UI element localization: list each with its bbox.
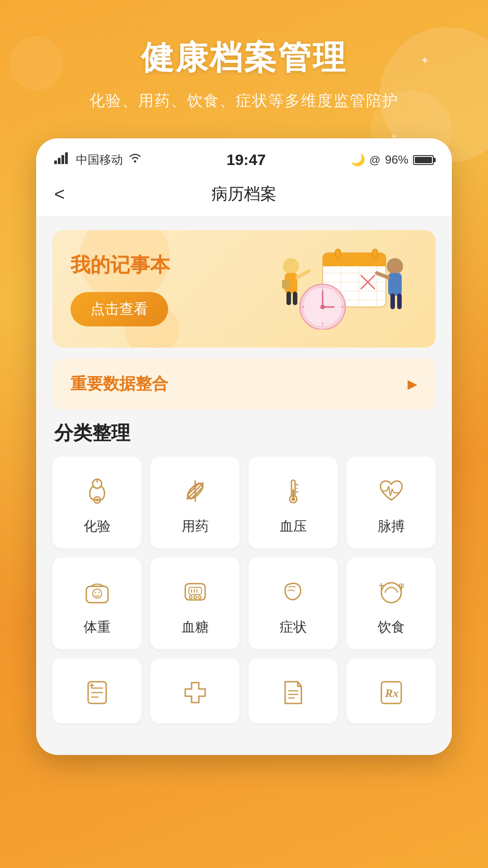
status-right: 🌙 @ 96% — [351, 153, 434, 167]
svg-point-57 — [98, 592, 99, 594]
category-huayan[interactable]: 化验 — [52, 457, 141, 548]
category-grid-row1: 化验 用药 — [52, 457, 436, 548]
svg-rect-0 — [54, 160, 57, 164]
category-grid-row2: 体重 — [52, 557, 436, 649]
notebook-banner[interactable]: 我的记事本 点击查看 — [52, 230, 436, 348]
category-medical-record[interactable] — [52, 658, 141, 723]
svg-point-66 — [381, 583, 401, 603]
svg-rect-37 — [390, 293, 395, 309]
medical-record-icon — [79, 675, 115, 711]
lock-icon: @ — [370, 154, 380, 166]
back-button[interactable]: < — [54, 184, 65, 204]
svg-point-56 — [94, 592, 96, 594]
svg-point-64 — [194, 596, 197, 599]
xuetang-icon — [177, 574, 213, 610]
tizhong-label: 体重 — [84, 618, 111, 637]
rx-icon: Rx — [373, 675, 409, 711]
svg-rect-58 — [185, 584, 205, 600]
yongyao-icon — [177, 473, 213, 509]
section-title: 分类整理 — [52, 420, 436, 446]
category-file-doc[interactable] — [249, 658, 338, 723]
svg-point-34 — [387, 258, 403, 274]
hero-subtitle: 化验、用药、饮食、症状等多维度监管陪护 — [18, 90, 470, 111]
category-xuetang[interactable]: 血糖 — [150, 557, 239, 649]
yinshi-icon — [373, 574, 409, 610]
svg-line-30 — [297, 271, 309, 278]
signal-icon — [54, 152, 70, 167]
svg-rect-32 — [293, 292, 297, 305]
data-row-title: 重要数据整合 — [70, 373, 168, 395]
category-grid-row3: Rx — [52, 658, 436, 723]
zhengzhuang-icon — [275, 574, 311, 610]
category-yinshi[interactable]: 饮食 — [347, 557, 436, 649]
phone-card: 中国移动 19:47 🌙 @ 96% — [36, 138, 452, 755]
svg-point-28 — [283, 258, 299, 274]
xueya-label: 血压 — [280, 517, 307, 536]
svg-point-23 — [320, 305, 325, 309]
xuetang-label: 血糖 — [182, 618, 209, 637]
nav-title: 病历档案 — [211, 183, 277, 205]
svg-point-65 — [198, 596, 201, 599]
nav-bar: < 病历档案 — [36, 176, 452, 217]
notebook-left: 我的记事本 点击查看 — [70, 252, 170, 326]
svg-point-63 — [189, 596, 192, 599]
svg-rect-9 — [372, 249, 378, 258]
yongyao-label: 用药 — [182, 517, 209, 536]
huayan-label: 化验 — [84, 517, 111, 536]
category-cross-plus[interactable] — [150, 658, 239, 723]
huayan-icon — [79, 473, 115, 509]
svg-point-41 — [96, 499, 99, 501]
svg-point-4 — [134, 160, 136, 163]
tizhong-icon — [79, 574, 115, 610]
svg-rect-50 — [292, 489, 294, 497]
moon-icon: 🌙 — [351, 153, 365, 167]
content-area: 我的记事本 点击查看 — [36, 217, 452, 737]
notebook-title: 我的记事本 — [70, 252, 170, 278]
zhengzhuang-label: 症状 — [280, 618, 307, 637]
status-bar: 中国移动 19:47 🌙 @ 96% — [36, 138, 452, 176]
svg-point-49 — [291, 497, 295, 501]
file-doc-icon — [275, 675, 311, 711]
battery-percent: 96% — [385, 153, 408, 167]
notebook-illustration — [264, 248, 418, 330]
wifi-icon — [128, 153, 142, 167]
carrier-label: 中国移动 — [76, 152, 123, 168]
maibo-label: 脉搏 — [378, 517, 405, 536]
category-xueya[interactable]: 血压 — [249, 457, 338, 548]
svg-text:Rx: Rx — [385, 687, 399, 700]
svg-rect-59 — [189, 587, 202, 594]
cross-plus-icon — [177, 675, 213, 711]
category-maibo[interactable]: 脉搏 — [347, 457, 436, 548]
category-rx[interactable]: Rx — [347, 658, 436, 723]
svg-rect-2 — [61, 155, 64, 164]
svg-rect-38 — [397, 293, 402, 309]
hero-section: 健康档案管理 化验、用药、饮食、症状等多维度监管陪护 — [0, 0, 488, 129]
svg-rect-33 — [282, 280, 289, 289]
battery-icon — [413, 155, 434, 165]
maibo-icon — [373, 473, 409, 509]
hero-title: 健康档案管理 — [18, 36, 470, 80]
category-zhengzhuang[interactable]: 症状 — [249, 557, 338, 649]
app-container: ✦ ✦ 健康档案管理 化验、用药、饮食、症状等多维度监管陪护 中国移动 — [0, 0, 488, 868]
notebook-view-button[interactable]: 点击查看 — [70, 292, 168, 326]
data-row-arrow-icon: ▶ — [408, 377, 418, 392]
svg-rect-31 — [286, 292, 291, 305]
data-integration-row[interactable]: 重要数据整合 ▶ — [52, 359, 436, 410]
svg-rect-7 — [323, 262, 386, 266]
status-left: 中国移动 — [54, 152, 142, 168]
xueya-icon — [275, 473, 311, 509]
yinshi-label: 饮食 — [378, 618, 405, 637]
status-time: 19:47 — [226, 151, 266, 169]
category-tizhong[interactable]: 体重 — [52, 557, 141, 649]
svg-rect-3 — [65, 152, 68, 164]
svg-rect-1 — [58, 158, 61, 164]
svg-rect-35 — [388, 273, 402, 296]
svg-rect-8 — [335, 249, 341, 258]
category-yongyao[interactable]: 用药 — [150, 457, 239, 548]
